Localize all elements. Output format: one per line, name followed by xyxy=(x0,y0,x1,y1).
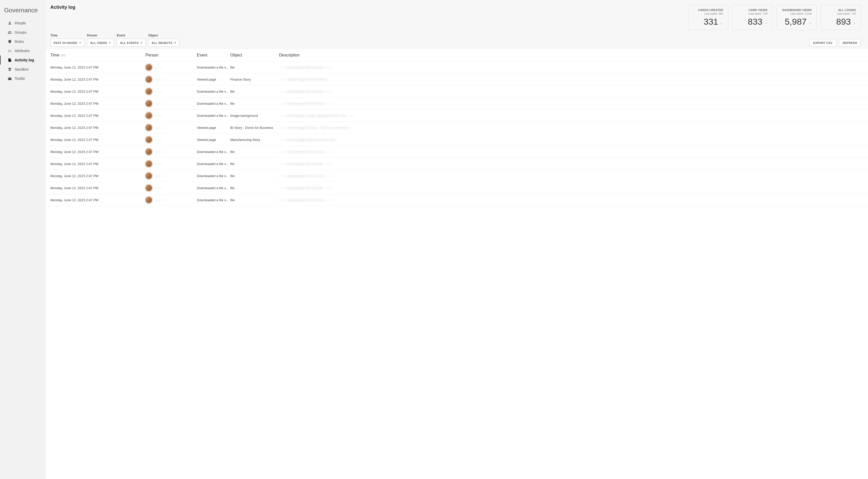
avatar xyxy=(146,100,152,107)
cell-person: —— xyxy=(146,112,197,119)
sidebar-item-attributes[interactable]: Attributes xyxy=(0,46,46,56)
filter-object-dropdown[interactable]: ALL OBJECTS ▾ xyxy=(148,39,179,47)
trend-up-icon: → xyxy=(807,21,812,26)
filter-label: Time xyxy=(50,34,84,37)
avatar xyxy=(146,161,152,167)
filter-time-dropdown[interactable]: PAST 24 HOURS ▾ xyxy=(50,39,84,47)
stat-sublabel: Last week: 710 xyxy=(826,12,856,15)
table-row[interactable]: Monday, June 12, 2023 2:47 PM——Viewed pa… xyxy=(46,134,868,146)
groups-icon xyxy=(7,30,12,35)
avatar xyxy=(146,136,152,143)
avatar xyxy=(146,184,152,191)
cell-person: —— xyxy=(146,172,197,179)
column-header-person[interactable]: Person xyxy=(146,53,197,58)
export-csv-button[interactable]: EXPORT CSV xyxy=(809,39,836,47)
sandbox-icon xyxy=(7,67,12,72)
cell-time: Monday, June 12, 2023 2:47 PM xyxy=(50,114,146,117)
column-header-time[interactable]: Time UTC xyxy=(50,53,146,58)
person-name: —— xyxy=(155,198,161,202)
stat-sublabel: Last week: 381 xyxy=(693,12,723,15)
cell-description: —— downloaded file from the —— xyxy=(279,162,863,166)
cell-time: Monday, June 12, 2023 2:47 PM xyxy=(50,126,146,130)
stats-row: CARDS CREATED Last week: 381 331 → CARD … xyxy=(688,5,861,30)
avatar xyxy=(146,112,152,119)
table-row[interactable]: Monday, June 12, 2023 2:47 PM——Downloade… xyxy=(46,182,868,194)
avatar xyxy=(146,148,152,155)
cell-description: —— downloaded file from the —— xyxy=(279,65,863,69)
table-row[interactable]: Monday, June 12, 2023 2:47 PM——Downloade… xyxy=(46,110,868,122)
column-header-description[interactable]: Description xyxy=(279,53,863,58)
sidebar-item-label: Toolkit xyxy=(14,76,25,80)
filter-event-group: Event ALL EVENTS ▾ xyxy=(117,34,146,47)
cell-event: Downloaded a file v... xyxy=(197,65,230,69)
cell-event: Downloaded a file v... xyxy=(197,198,230,202)
cell-object: file xyxy=(230,162,279,166)
stat-cards-created[interactable]: CARDS CREATED Last week: 381 331 → xyxy=(688,5,728,30)
table-header: Time UTC Person Event Object Description xyxy=(46,49,868,61)
trend-up-icon: → xyxy=(851,21,857,26)
person-name: —— xyxy=(155,150,161,154)
filter-person-dropdown[interactable]: ALL USERS ▾ xyxy=(87,39,114,47)
cell-event: Viewed page xyxy=(197,126,230,130)
stat-value: 331 xyxy=(704,17,718,27)
table-row[interactable]: Monday, June 12, 2023 2:47 PM——Downloade… xyxy=(46,85,868,98)
cell-person: —— xyxy=(146,184,197,191)
table-row[interactable]: Monday, June 12, 2023 2:47 PM——Downloade… xyxy=(46,98,868,110)
filter-time-group: Time PAST 24 HOURS ▾ xyxy=(50,34,84,47)
trend-down-icon: → xyxy=(719,21,724,26)
chevron-down-icon: ▾ xyxy=(141,41,142,44)
sidebar-item-toolkit[interactable]: Toolkit xyxy=(0,74,46,83)
table-row[interactable]: Monday, June 12, 2023 2:47 PM——Viewed pa… xyxy=(46,122,868,134)
stat-dashboard-views[interactable]: DASHBOARD VIEWS Last week: 5,016 5,987 → xyxy=(777,5,816,30)
table-row[interactable]: Monday, June 12, 2023 2:47 PM——Downloade… xyxy=(46,61,868,73)
cell-object: file xyxy=(230,198,279,202)
cell-person: —— xyxy=(146,197,197,203)
table-row[interactable]: Monday, June 12, 2023 2:47 PM——Downloade… xyxy=(46,158,868,170)
sidebar-item-label: Activity log xyxy=(14,58,34,62)
stat-value: 5,987 xyxy=(785,17,807,27)
column-header-object[interactable]: Object xyxy=(230,53,279,58)
table-row[interactable]: Monday, June 12, 2023 2:47 PM——Downloade… xyxy=(46,146,868,158)
cell-time: Monday, June 12, 2023 2:47 PM xyxy=(50,138,146,142)
table-row[interactable]: Monday, June 12, 2023 2:47 PM——Viewed pa… xyxy=(46,73,868,85)
stat-sublabel: Last week: 5,016 xyxy=(781,12,812,15)
filter-label: Event xyxy=(117,34,146,37)
table-row[interactable]: Monday, June 12, 2023 2:47 PM——Downloade… xyxy=(46,194,868,206)
chevron-down-icon: ▾ xyxy=(175,41,176,44)
stat-value: 833 xyxy=(748,17,763,27)
sidebar-item-people[interactable]: People xyxy=(0,19,46,28)
stat-label: DASHBOARD VIEWS xyxy=(781,8,812,11)
cell-event: Downloaded a file v... xyxy=(197,114,230,117)
cell-object: file xyxy=(230,65,279,69)
column-header-event[interactable]: Event xyxy=(197,53,230,58)
sidebar-item-activity-log[interactable]: Activity log xyxy=(0,56,46,65)
stat-all-logins[interactable]: ALL LOGINS Last week: 710 893 → xyxy=(821,5,861,30)
chevron-down-icon: ▾ xyxy=(109,41,111,44)
sidebar-title: Governance xyxy=(0,7,46,19)
cell-person: —— xyxy=(146,64,197,71)
stat-value: 893 xyxy=(836,17,851,27)
person-name: —— xyxy=(155,90,161,94)
cell-time: Monday, June 12, 2023 2:47 PM xyxy=(50,198,146,202)
sidebar-item-label: Sandbox xyxy=(14,67,29,71)
sidebar-item-label: Attributes xyxy=(14,49,30,53)
cell-time: Monday, June 12, 2023 2:47 PM xyxy=(50,174,146,178)
filter-label: Object xyxy=(148,34,179,37)
sidebar-item-groups[interactable]: Groups xyxy=(0,28,46,37)
filter-object-group: Object ALL OBJECTS ▾ xyxy=(148,34,179,47)
filter-value: ALL OBJECTS xyxy=(152,41,173,44)
cell-object: Image background xyxy=(230,114,279,117)
cell-time: Monday, June 12, 2023 2:47 PM xyxy=(50,150,146,154)
sidebar-item-sandbox[interactable]: Sandbox xyxy=(0,65,46,74)
avatar xyxy=(146,88,152,95)
sidebar-item-roles[interactable]: Roles xyxy=(0,37,46,46)
person-name: —— xyxy=(155,114,161,117)
refresh-button[interactable]: REFRESH xyxy=(839,39,861,47)
person-icon xyxy=(7,21,12,25)
stat-card-views[interactable]: CARD VIEWS Last week: 734 833 → xyxy=(732,5,772,30)
table-row[interactable]: Monday, June 12, 2023 2:47 PM——Downloade… xyxy=(46,170,868,182)
filter-event-dropdown[interactable]: ALL EVENTS ▾ xyxy=(117,39,146,47)
avatar xyxy=(146,172,152,179)
activity-table[interactable]: Time UTC Person Event Object Description… xyxy=(46,49,868,479)
cell-object: file xyxy=(230,174,279,178)
